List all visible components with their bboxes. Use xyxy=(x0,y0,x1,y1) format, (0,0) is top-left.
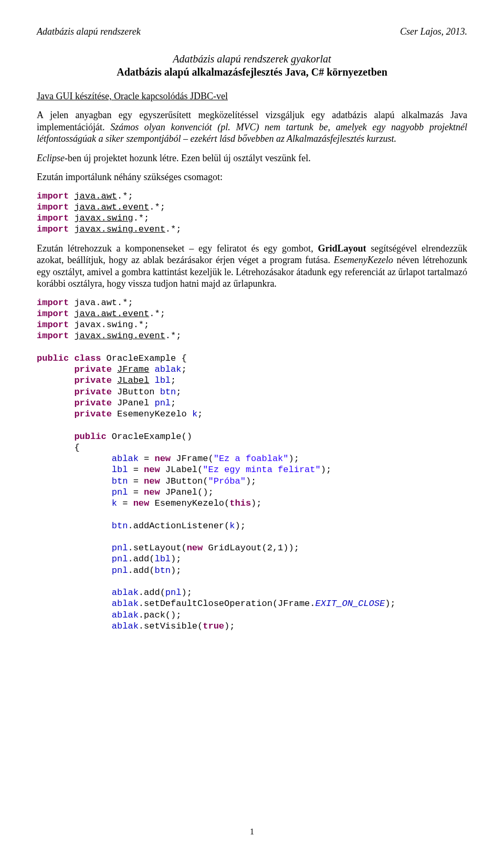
set-default-close: .setDefaultCloseOperation(JFrame. xyxy=(139,599,316,609)
ref-ablak: ablak xyxy=(112,610,139,620)
kw-public: public xyxy=(74,432,106,442)
string-felirat: "Ez egy minta felirat" xyxy=(203,465,320,475)
kw-new: new xyxy=(187,543,203,553)
field-btn: btn xyxy=(160,387,176,397)
code-text: .*; xyxy=(133,213,150,223)
semicolon: ; xyxy=(181,364,186,374)
header-right: Cser Lajos, 2013. xyxy=(400,26,467,37)
kw-new: new xyxy=(144,476,160,486)
pack-call: .pack(); xyxy=(139,610,182,620)
code-block-2: import java.awt.*; import java.awt.event… xyxy=(37,297,467,632)
para2-rest: -ben új projektet hozunk létre. Ezen bel… xyxy=(65,153,311,163)
type-jframe: JFrame xyxy=(117,364,149,374)
close: ); xyxy=(181,588,192,598)
pkg: javax.swing.event xyxy=(74,331,165,341)
eq: = xyxy=(139,454,155,464)
ek-call: EsemenyKezelo( xyxy=(149,498,229,508)
kw-new: new xyxy=(144,487,160,497)
add-call: .add( xyxy=(128,566,154,576)
type-jlabel: JLabel xyxy=(117,375,149,385)
pkg-java-awt: java.awt xyxy=(74,191,117,201)
document-subtitle: Adatbázis alapú rendszerek gyakorlat xyxy=(37,53,467,65)
kw-this: this xyxy=(229,498,251,508)
para2-eclipse: Eclipse xyxy=(37,153,65,163)
code-text: java.awt.*; xyxy=(69,298,133,308)
semicolon: ; xyxy=(176,387,181,397)
code-text: .*; xyxy=(165,224,182,234)
const-exit-on-close: EXIT_ON_CLOSE xyxy=(316,599,385,609)
close: ); xyxy=(385,599,395,609)
kw-private: private xyxy=(74,364,111,374)
kw-new: new xyxy=(133,498,150,508)
field-k: k xyxy=(192,409,197,419)
code-text: .*; xyxy=(117,191,133,201)
eq: = xyxy=(117,498,133,508)
ref-btn: btn xyxy=(112,476,128,486)
close: ); xyxy=(171,566,181,576)
code-block-1: import java.awt.*; import java.awt.event… xyxy=(37,191,467,235)
code-text: javax.swing.*; xyxy=(69,320,149,330)
kw-new: new xyxy=(154,454,171,464)
section-text: Java GUI készítése, Oracle kapcsolódás J… xyxy=(37,91,228,101)
ref-k: k xyxy=(112,498,117,508)
page-header: Adatbázis alapú rendszerek Cser Lajos, 2… xyxy=(37,26,467,37)
add-call: .add( xyxy=(128,554,154,564)
string-proba: "Próba" xyxy=(208,476,245,486)
type-jbutton: JButton xyxy=(112,387,160,397)
semicolon: ; xyxy=(197,409,203,419)
kw-true: true xyxy=(203,621,224,631)
semicolon: ; xyxy=(171,398,176,408)
kw-import: import xyxy=(37,331,69,341)
eq: = xyxy=(128,465,144,475)
ref-btn: btn xyxy=(112,521,128,531)
paragraph-3: Ezután importálunk néhány szükséges csom… xyxy=(37,171,467,183)
ref-ablak: ablak xyxy=(112,599,139,609)
kw-import: import xyxy=(37,213,69,223)
jframe-call: JFrame( xyxy=(171,454,214,464)
ref-pnl: pnl xyxy=(112,554,128,564)
jbutton-call: JButton( xyxy=(160,476,208,486)
document-page: Adatbázis alapú rendszerek Cser Lajos, 2… xyxy=(0,0,504,847)
ref-btn: btn xyxy=(154,566,171,576)
kw-private: private xyxy=(74,398,111,408)
close: ); xyxy=(321,465,331,475)
section-heading: Java GUI készítése, Oracle kapcsolódás J… xyxy=(37,91,467,102)
pkg: java.awt.event xyxy=(74,309,149,319)
code-text: .*; xyxy=(165,331,182,341)
ref-ablak: ablak xyxy=(112,621,139,631)
type-ek: EsemenyKezelo xyxy=(112,409,192,419)
ref-pnl: pnl xyxy=(165,588,182,598)
close: ); xyxy=(251,498,261,508)
ref-lbl: lbl xyxy=(112,465,128,475)
eq: = xyxy=(128,476,144,486)
kw-public-class: public class xyxy=(37,353,101,363)
classname: OracleExample { xyxy=(101,353,186,363)
field-pnl: pnl xyxy=(154,398,171,408)
type-jpanel: JPanel xyxy=(112,398,155,408)
pkg-javax-swing: javax.swing xyxy=(74,213,133,223)
paragraph-4: Ezután létrehozzuk a komponenseket – egy… xyxy=(37,243,467,290)
ref-pnl: pnl xyxy=(112,487,128,497)
paragraph-1: A jelen anyagban egy egyszerűsített megk… xyxy=(37,109,467,145)
jlabel-call: JLabel( xyxy=(160,465,203,475)
ref-pnl: pnl xyxy=(112,566,128,576)
field-ablak: ablak xyxy=(154,364,181,374)
close: ); xyxy=(235,521,245,531)
kw-import: import xyxy=(37,309,69,319)
kw-import: import xyxy=(37,320,69,330)
semicolon: ; xyxy=(171,375,176,385)
set-visible: .setVisible( xyxy=(139,621,203,631)
para4-a: Ezután létrehozzuk a komponenseket – egy… xyxy=(37,243,318,254)
kw-private: private xyxy=(74,409,111,419)
code-text: .*; xyxy=(149,309,165,319)
document-title: Adatbázis alapú alkalmazásfejlesztés Jav… xyxy=(37,66,467,78)
ctor: OracleExample() xyxy=(107,432,192,442)
close: ); xyxy=(246,476,256,486)
jpanel-call: JPanel(); xyxy=(160,487,214,497)
kw-import: import xyxy=(37,298,69,308)
ref-k: k xyxy=(229,521,235,531)
kw-private: private xyxy=(74,375,111,385)
header-left: Adatbázis alapú rendszerek xyxy=(37,26,141,37)
string-foablak: "Ez a foablak" xyxy=(214,454,289,464)
add-call: .add( xyxy=(139,588,165,598)
